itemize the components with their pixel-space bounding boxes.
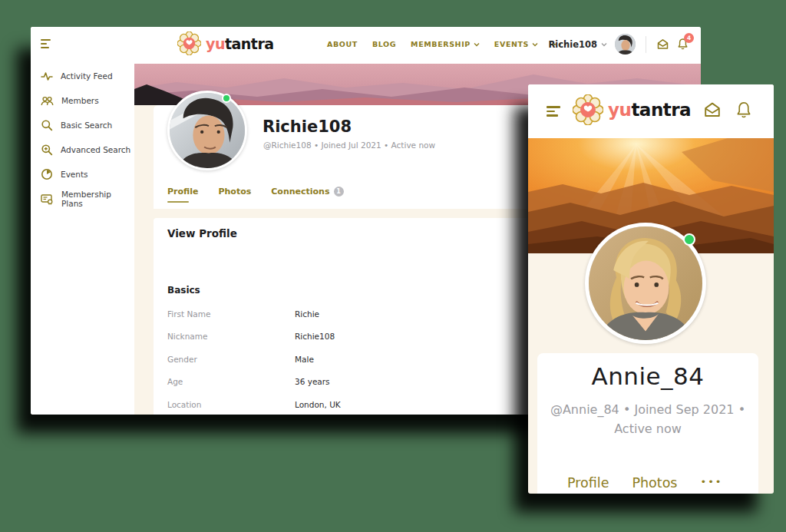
user-menu[interactable]: Richie108	[548, 39, 607, 50]
membership-plans-icon	[41, 193, 54, 205]
tab-photos[interactable]: Photos	[218, 187, 251, 203]
notifications-button[interactable]	[735, 101, 752, 120]
members-icon	[41, 95, 54, 107]
messages-button[interactable]	[656, 38, 669, 50]
sidebar-item-members[interactable]: Members	[31, 88, 134, 113]
online-status-dot	[222, 94, 231, 103]
bell-icon	[735, 101, 752, 120]
sidebar-item-activity-feed[interactable]: Activity Feed	[31, 64, 134, 88]
nav-blog[interactable]: BLOG	[372, 40, 396, 48]
events-icon	[41, 168, 53, 180]
mobile-tabs-more-menu[interactable]: •••	[700, 476, 722, 491]
notification-count-badge: 4	[684, 33, 694, 43]
brand-logo[interactable]: yutantra	[177, 31, 274, 55]
sidebar-menu: Activity Feed Members Basic Search	[31, 64, 134, 211]
profile-tabs: Profile Photos Connections 1	[167, 187, 344, 203]
profile-meta: @Richie108 • Joined Jul 2021 • Active no…	[263, 140, 435, 150]
profile-name: Richie108	[263, 117, 352, 136]
activity-icon	[41, 70, 53, 82]
navbar-user-area: Richie108	[548, 27, 689, 61]
tab-profile[interactable]: Profile	[167, 187, 198, 203]
navbar-avatar[interactable]	[615, 34, 636, 55]
main-nav: ABOUT BLOG MEMBERSHIP EVENTS •••	[327, 27, 569, 61]
sidebar-item-membership-plans[interactable]: Membership Plans	[31, 187, 134, 211]
mobile-header: yutantra	[528, 84, 774, 138]
brand-wordmark: yutantra	[608, 100, 691, 120]
advanced-search-icon	[41, 144, 53, 156]
connections-count-badge: 1	[334, 187, 344, 197]
mobile-tab-profile[interactable]: Profile	[567, 475, 609, 491]
hamburger-menu-icon[interactable]	[547, 106, 560, 117]
mobile-profile-tabs: Profile Photos •••	[567, 475, 722, 491]
tab-connections[interactable]: Connections 1	[271, 187, 343, 203]
brand-logo[interactable]: yutantra	[573, 94, 691, 125]
brand-wordmark: yutantra	[206, 35, 274, 52]
messages-button[interactable]	[703, 101, 722, 118]
hamburger-menu-icon[interactable]	[41, 39, 51, 48]
mobile-profile-panel: Annie_84 @Annie_84 • Joined Sep 2021 • A…	[537, 353, 758, 494]
mobile-profile-name: Annie_84	[537, 362, 758, 390]
lotus-icon	[177, 31, 201, 55]
nav-membership[interactable]: MEMBERSHIP	[411, 40, 480, 48]
chevron-down-icon	[474, 42, 480, 47]
chevron-down-icon	[532, 42, 538, 47]
sidebar-item-basic-search[interactable]: Basic Search	[31, 113, 134, 137]
search-icon	[41, 119, 53, 131]
divider	[646, 36, 646, 53]
mobile-online-status-dot	[683, 233, 695, 246]
mobile-tab-photos[interactable]: Photos	[632, 475, 677, 491]
mobile-profile-window: Annie_84 @Annie_84 • Joined Sep 2021 • A…	[528, 84, 774, 494]
profile-avatar[interactable]	[167, 91, 247, 170]
sidebar-item-events[interactable]: Events	[31, 162, 134, 187]
richie-avatar-image	[170, 93, 245, 168]
lotus-icon	[573, 94, 603, 125]
desktop-sidebar: Activity Feed Members Basic Search	[31, 27, 134, 415]
chevron-down-icon	[601, 42, 607, 47]
envelope-icon	[703, 101, 722, 118]
notifications-button[interactable]: 4	[677, 38, 689, 51]
nav-about[interactable]: ABOUT	[327, 40, 358, 48]
mobile-profile-meta: @Annie_84 • Joined Sep 2021 • Active now	[549, 401, 747, 439]
envelope-icon	[656, 38, 669, 50]
sidebar-item-advanced-search[interactable]: Advanced Search	[31, 137, 134, 162]
nav-events[interactable]: EVENTS	[494, 40, 538, 48]
basics-group-title: Basics	[167, 285, 200, 296]
